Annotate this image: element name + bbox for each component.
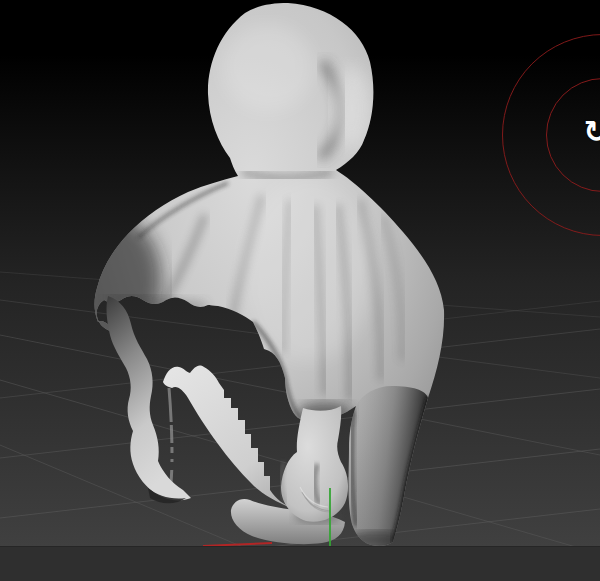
scene-canvas — [0, 0, 600, 546]
model-leg-ball — [281, 406, 348, 522]
model-left-strand — [107, 296, 191, 503]
sculpted-model[interactable] — [70, 3, 444, 546]
scene-background[interactable]: ↻ — [0, 0, 600, 546]
sculpt-viewport[interactable]: ↻ — [0, 0, 600, 581]
canvas-edge-bar — [0, 546, 600, 581]
